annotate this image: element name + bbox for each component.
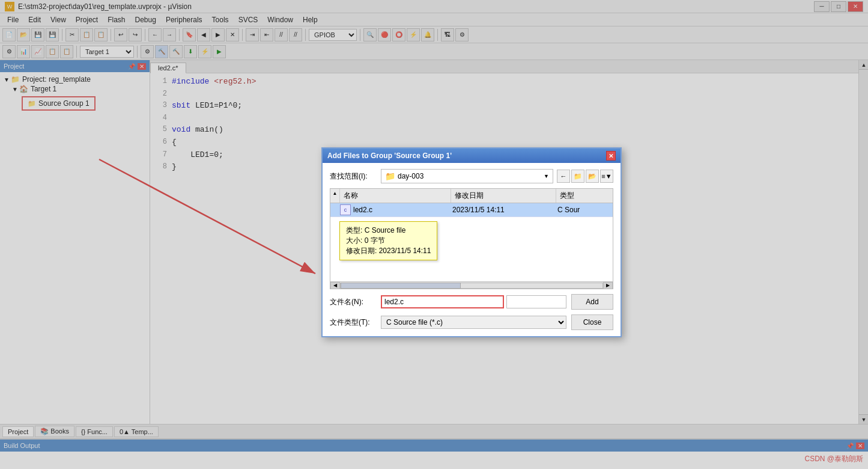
location-label: 查找范围(I): bbox=[330, 171, 381, 182]
filename-label: 文件名(N): bbox=[330, 297, 381, 307]
scroll-right-btn[interactable]: ▶ bbox=[603, 282, 613, 289]
view-btn[interactable]: ≡▼ bbox=[600, 170, 613, 183]
col-name-header[interactable]: 名称 bbox=[340, 189, 451, 203]
c-file-icon: c bbox=[340, 204, 351, 215]
location-combo[interactable]: 📁 day-003 ▼ bbox=[381, 169, 553, 183]
up-folder-btn[interactable]: 📂 bbox=[586, 170, 599, 183]
scroll-left-btn[interactable]: ◀ bbox=[330, 282, 340, 289]
dialog-location-row: 查找范围(I): 📁 day-003 ▼ ← 📁 📂 ≡▼ bbox=[330, 169, 613, 183]
filename-extra bbox=[506, 295, 566, 308]
file-list-scrollbar[interactable]: ◀ ▶ bbox=[330, 281, 613, 289]
filename-row: 文件名(N): Add bbox=[330, 294, 613, 310]
location-folder-icon: 📁 bbox=[385, 171, 395, 181]
dropdown-arrow-icon: ▼ bbox=[544, 173, 549, 179]
filetype-label: 文件类型(T): bbox=[330, 317, 381, 328]
close-button[interactable]: Close bbox=[571, 314, 613, 330]
col-date-header[interactable]: 修改日期 bbox=[451, 189, 556, 203]
filename-input[interactable] bbox=[381, 295, 504, 308]
filetype-combo[interactable]: C Source file (*.c) bbox=[381, 316, 566, 329]
location-value: day-003 bbox=[398, 172, 544, 180]
col-type-header[interactable]: 类型 bbox=[556, 189, 613, 203]
filetype-row: 文件类型(T): C Source file (*.c) Close bbox=[330, 314, 613, 330]
tooltip-type: 类型: C Source file bbox=[346, 225, 431, 236]
nav-back-btn[interactable]: ← bbox=[557, 170, 570, 183]
dialog-title: Add Files to Group 'Source Group 1' bbox=[327, 152, 452, 160]
file-list-header: ▲ 名称 修改日期 类型 bbox=[330, 189, 613, 203]
file-type-cell: C Sour bbox=[557, 206, 613, 214]
add-button[interactable]: Add bbox=[571, 294, 613, 310]
file-name-cell: led2.c bbox=[353, 206, 452, 214]
file-row-led2c[interactable]: c led2.c 2023/11/5 14:11 C Sour bbox=[330, 203, 613, 217]
file-tooltip: 类型: C Source file 大小: 0 字节 修改日期: 2023/11… bbox=[339, 221, 437, 260]
file-date-cell: 2023/11/5 14:11 bbox=[452, 206, 557, 214]
scroll-thumb-h[interactable] bbox=[341, 283, 461, 289]
dialog-nav-toolbar: ← 📁 📂 ≡▼ bbox=[557, 170, 613, 183]
scroll-track-h[interactable] bbox=[340, 283, 603, 289]
new-folder-btn[interactable]: 📁 bbox=[571, 170, 584, 183]
col-sort-indicator: ▲ bbox=[330, 189, 340, 203]
dialog-close-button[interactable]: ✕ bbox=[606, 151, 616, 161]
tooltip-date: 修改日期: 2023/11/5 14:11 bbox=[346, 246, 431, 256]
dialog-titlebar: Add Files to Group 'Source Group 1' ✕ bbox=[323, 149, 621, 163]
tooltip-size: 大小: 0 字节 bbox=[346, 236, 431, 246]
